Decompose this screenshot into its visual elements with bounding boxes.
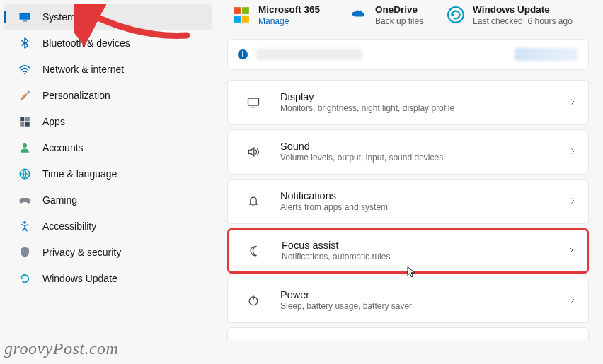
svg-rect-13 (234, 16, 241, 23)
watermark: groovyPost.com (4, 339, 118, 358)
paintbrush-icon (18, 89, 31, 102)
svg-rect-6 (20, 122, 24, 127)
sidebar-item-apps[interactable]: Apps (4, 109, 212, 134)
onedrive-card[interactable]: OneDrive Back up files (344, 1, 427, 29)
moon-icon (241, 244, 269, 258)
ms365-card[interactable]: Microsoft 365 Manage (227, 1, 324, 29)
sidebar-item-windows-update[interactable]: Windows Update (4, 266, 212, 291)
redacted-text (256, 49, 362, 60)
shield-icon (18, 246, 31, 259)
sidebar-item-system[interactable]: System (4, 4, 212, 30)
card-sub: Volume levels, output, input, sound devi… (280, 153, 568, 163)
nav-label: Accessibility (42, 221, 96, 232)
chevron-right-icon (567, 245, 575, 257)
card-sub: Notifications, automatic rules (282, 252, 567, 262)
ms365-sub[interactable]: Manage (258, 16, 320, 26)
sidebar-item-network[interactable]: Network & internet (4, 57, 212, 82)
card-partial[interactable] (227, 327, 589, 340)
nav-label: Network & internet (42, 64, 124, 75)
sidebar-item-accounts[interactable]: Accounts (4, 135, 212, 160)
nav-label: Personalization (42, 90, 110, 101)
gamepad-icon (18, 194, 31, 206)
person-icon (18, 141, 31, 154)
nav-label: Time & language (42, 168, 117, 180)
windows-update-card[interactable]: Windows Update Last checked: 6 hours ago (442, 1, 577, 29)
onedrive-title: OneDrive (375, 4, 423, 16)
svg-rect-7 (25, 122, 30, 127)
card-sound[interactable]: Sound Volume levels, output, input, soun… (227, 129, 589, 175)
chevron-right-icon (568, 294, 577, 307)
sound-icon (239, 145, 268, 159)
sidebar-item-privacy[interactable]: Privacy & security (4, 240, 212, 265)
top-recommendations: Microsoft 365 Manage OneDrive Back up fi… (227, 1, 589, 29)
card-notifications[interactable]: Notifications Alerts from apps and syste… (227, 179, 589, 224)
card-sub: Alerts from apps and system (280, 202, 568, 212)
system-icon (18, 11, 31, 23)
chevron-right-icon (568, 96, 577, 109)
card-sub: Monitors, brightness, night light, displ… (280, 103, 568, 113)
svg-rect-14 (242, 16, 249, 23)
card-title: Display (280, 91, 568, 102)
nav-label: Accounts (42, 142, 84, 153)
chevron-right-icon (568, 195, 577, 208)
svg-rect-5 (25, 117, 30, 121)
nav-label: Gaming (42, 194, 77, 206)
chevron-right-icon (568, 146, 577, 158)
apps-icon (18, 115, 31, 128)
display-icon (239, 95, 268, 110)
wifi-icon (18, 63, 31, 76)
info-icon: i (238, 49, 248, 59)
svg-point-15 (448, 8, 464, 23)
card-title: Focus assist (282, 240, 567, 251)
bluetooth-icon (18, 37, 31, 49)
card-power[interactable]: Power Sleep, battery usage, battery save… (227, 278, 589, 323)
globe-clock-icon (18, 168, 31, 180)
onedrive-icon (348, 5, 368, 25)
nav-label: Windows Update (42, 273, 117, 284)
bell-icon (239, 194, 268, 209)
nav-label: System (42, 11, 76, 23)
nav-label: Bluetooth & devices (42, 37, 130, 49)
svg-rect-16 (248, 98, 259, 105)
svg-rect-2 (23, 20, 27, 22)
onedrive-sub[interactable]: Back up files (375, 16, 423, 26)
sidebar-item-gaming[interactable]: Gaming (4, 187, 212, 213)
accessibility-icon (18, 220, 31, 233)
svg-rect-4 (20, 117, 24, 121)
svg-rect-11 (234, 8, 241, 15)
wu-top-icon (446, 5, 466, 25)
svg-rect-12 (242, 8, 249, 15)
info-banner[interactable]: i (227, 39, 589, 70)
ms365-icon (231, 5, 251, 25)
wu-title: Windows Update (473, 4, 573, 16)
sidebar-item-personalization[interactable]: Personalization (4, 83, 212, 108)
redacted-action (515, 48, 578, 61)
nav-label: Privacy & security (42, 247, 121, 258)
update-icon (18, 272, 31, 285)
svg-point-8 (23, 143, 27, 148)
card-title: Notifications (280, 190, 568, 201)
card-focus-assist[interactable]: Focus assist Notifications, automatic ru… (227, 228, 589, 274)
wu-sub: Last checked: 6 hours ago (473, 16, 573, 26)
power-icon (239, 293, 268, 307)
card-title: Power (280, 289, 568, 300)
svg-point-3 (24, 73, 25, 74)
card-title: Sound (280, 141, 568, 152)
main-content: Microsoft 365 Manage OneDrive Back up fi… (216, 0, 603, 364)
card-display[interactable]: Display Monitors, brightness, night ligh… (227, 80, 589, 125)
svg-point-10 (23, 221, 26, 224)
sidebar-item-accessibility[interactable]: Accessibility (4, 213, 212, 239)
nav-label: Apps (42, 116, 65, 127)
sidebar: System Bluetooth & devices Network & int… (0, 0, 216, 364)
svg-rect-1 (20, 13, 30, 14)
card-sub: Sleep, battery usage, battery saver (280, 301, 568, 311)
sidebar-item-bluetooth[interactable]: Bluetooth & devices (4, 30, 212, 56)
sidebar-item-time-language[interactable]: Time & language (4, 161, 212, 187)
ms365-title: Microsoft 365 (258, 4, 320, 16)
